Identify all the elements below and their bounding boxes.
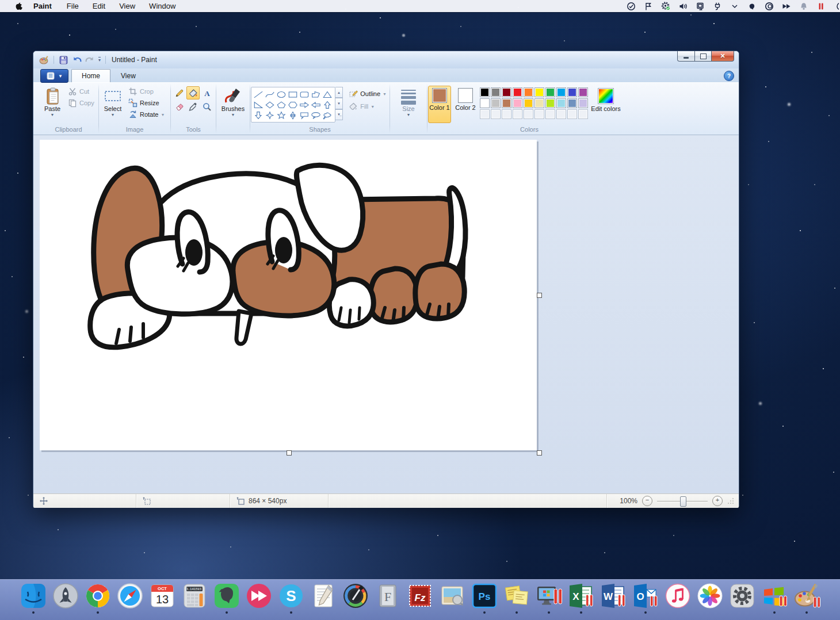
title-bar[interactable]: ▾ Untitled - Paint ✕ <box>33 51 739 68</box>
pencil-tool-button[interactable] <box>173 86 186 99</box>
dock-calculator-icon[interactable]: 3.141593 <box>180 582 209 614</box>
dock-calendar-icon[interactable]: OCT13 <box>148 582 177 614</box>
dock-skitch-icon[interactable] <box>245 582 273 614</box>
shapes-scroll-up-icon[interactable]: ▲ <box>335 87 343 98</box>
dock-evernote-icon[interactable] <box>212 582 241 614</box>
zoom-out-button[interactable]: − <box>642 496 652 506</box>
crop-button[interactable]: Crop <box>126 86 167 97</box>
dock-skype-icon[interactable]: S <box>277 582 306 614</box>
palette-swatch-7092be[interactable] <box>567 98 577 108</box>
menu-window[interactable]: Window <box>149 2 175 10</box>
shape-pentagon-icon[interactable] <box>276 99 287 110</box>
dock-filezilla-icon[interactable]: Fz <box>406 582 434 614</box>
shape-rectangle-icon[interactable] <box>287 89 299 99</box>
dock-windows-start-icon[interactable] <box>760 582 789 614</box>
tab-home[interactable]: Home <box>71 69 110 82</box>
help-button[interactable]: ? <box>724 71 734 81</box>
magnifier-tool-button[interactable] <box>200 100 213 113</box>
zoom-slider-thumb[interactable] <box>680 496 686 507</box>
bell-icon[interactable] <box>799 1 808 11</box>
plug-icon[interactable] <box>712 1 722 11</box>
dock-stickies-icon[interactable] <box>502 582 531 614</box>
palette-swatch-00a2e8[interactable] <box>556 87 566 97</box>
canvas-resize-handle-right[interactable] <box>537 293 542 298</box>
outline-button[interactable]: Outline ▼ <box>346 88 389 99</box>
palette-swatch-22b14c[interactable] <box>545 87 555 97</box>
shape-callout-rectangle-icon[interactable] <box>299 110 310 120</box>
shape-triangle-icon[interactable] <box>322 89 333 99</box>
paste-button[interactable]: Paste ▼ <box>39 85 66 126</box>
palette-swatch-b5e61d[interactable] <box>545 98 555 108</box>
shape-right-triangle-icon[interactable] <box>253 99 264 110</box>
shape-polygon-icon[interactable] <box>310 89 322 99</box>
volume-icon[interactable] <box>678 1 688 11</box>
close-button[interactable]: ✕ <box>711 51 734 62</box>
dock-system-preferences-icon[interactable] <box>728 582 757 614</box>
palette-swatch-c8bfe7[interactable] <box>578 98 588 108</box>
dock-font-book-icon[interactable]: F <box>373 582 402 614</box>
shape-hexagon-icon[interactable] <box>287 99 299 110</box>
shape-arrow-down-icon[interactable] <box>253 110 264 120</box>
palette-swatch-ffaec9[interactable] <box>513 98 522 108</box>
shapes-scroll-down-icon[interactable]: ▼ <box>335 98 343 109</box>
color2-button[interactable]: Color 2 <box>454 86 477 123</box>
display-icon[interactable] <box>695 1 705 11</box>
canvas-resize-handle-bottom[interactable] <box>287 450 292 456</box>
shape-ellipse-icon[interactable] <box>276 89 287 99</box>
palette-swatch-efe4b0[interactable] <box>534 98 544 108</box>
palette-swatch-ff7f27[interactable] <box>524 87 533 97</box>
minimize-button[interactable] <box>677 51 694 62</box>
shape-star-4-icon[interactable] <box>264 110 276 120</box>
redo-icon[interactable] <box>85 55 95 65</box>
palette-swatch-b97a57[interactable] <box>502 98 511 108</box>
dock-photos-icon[interactable] <box>696 582 724 614</box>
toolbar-dropdown-icon[interactable]: ▾ <box>98 57 101 63</box>
palette-swatch-fff200[interactable] <box>534 87 544 97</box>
window-resize-grip[interactable] <box>727 497 734 504</box>
zoom-slider[interactable] <box>657 496 708 506</box>
shape-diamond-icon[interactable] <box>264 99 276 110</box>
shape-line-icon[interactable] <box>253 89 264 99</box>
chevron-down-icon[interactable] <box>730 1 739 11</box>
palette-swatch-880015[interactable] <box>502 87 511 97</box>
palette-swatch-3f48cc[interactable] <box>567 87 577 97</box>
palette-swatch-7f7f7f[interactable] <box>491 87 501 97</box>
drawing-canvas[interactable] <box>40 140 537 450</box>
maximize-button[interactable] <box>694 51 711 62</box>
cut-button[interactable]: Cut <box>66 86 97 97</box>
shape-arrow-left-icon[interactable] <box>310 99 322 110</box>
eraser-tool-button[interactable] <box>173 100 186 113</box>
text-tool-button[interactable]: A <box>200 86 213 99</box>
undo-icon[interactable] <box>72 55 82 65</box>
zoom-in-button[interactable]: + <box>712 496 723 506</box>
canvas-resize-handle-corner[interactable] <box>537 450 542 456</box>
shape-arrow-up-icon[interactable] <box>322 99 333 110</box>
parallels-icon[interactable] <box>816 1 826 11</box>
shape-star-5-icon[interactable] <box>276 110 287 120</box>
shape-arrow-right-icon[interactable] <box>299 99 310 110</box>
flag-icon[interactable] <box>643 1 653 11</box>
dock-launchpad-icon[interactable] <box>51 582 80 614</box>
dock-safari-icon[interactable] <box>116 582 144 614</box>
resize-button[interactable]: Resize <box>126 97 167 109</box>
shapes-more-icon[interactable]: ▼̲ <box>335 109 343 120</box>
save-icon[interactable] <box>59 55 68 65</box>
dock-textedit-icon[interactable] <box>309 582 338 614</box>
shape-callout-ellipse-icon[interactable] <box>310 110 322 120</box>
dock-finder-icon[interactable] <box>19 582 48 614</box>
menu-edit[interactable]: Edit <box>93 2 105 10</box>
color-picker-tool-button[interactable] <box>186 100 200 113</box>
brushes-button[interactable]: Brushes ▼ <box>217 85 249 126</box>
apple-logo-icon[interactable] <box>14 2 23 11</box>
fill-tool-button[interactable] <box>186 86 200 99</box>
adobe-cc-icon[interactable] <box>764 1 774 11</box>
size-button[interactable]: Size ▼ <box>394 85 423 126</box>
application-menu-button[interactable]: ▼ <box>40 69 68 83</box>
shape-star-6-icon[interactable] <box>287 110 299 120</box>
palette-swatch-99d9ea[interactable] <box>556 98 566 108</box>
color1-button[interactable]: Color 1 <box>428 86 451 123</box>
shape-curve-icon[interactable] <box>264 89 276 99</box>
dock-outlook-icon[interactable]: O <box>631 582 660 614</box>
palette-swatch-ffffff[interactable] <box>480 98 490 108</box>
dock-parallels-icon[interactable] <box>534 582 563 614</box>
